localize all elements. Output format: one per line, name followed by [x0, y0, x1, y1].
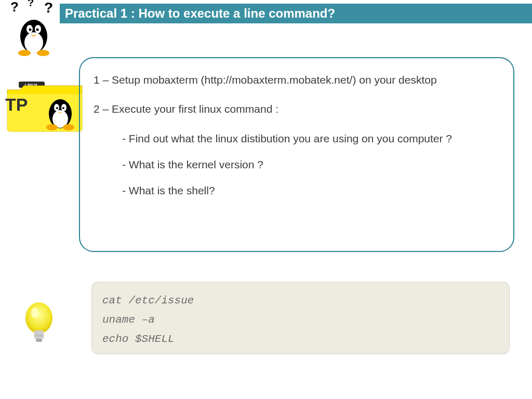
- svg-text:TP: TP: [5, 95, 28, 114]
- svg-rect-25: [34, 337, 44, 339]
- svg-point-9: [18, 50, 31, 56]
- slide-title: Practical 1 : How to execute a line comm…: [65, 6, 335, 21]
- svg-point-8: [36, 29, 39, 31]
- svg-rect-26: [36, 339, 42, 342]
- svg-text:?: ?: [10, 0, 19, 15]
- step-2-sub-2: - What is the kernel version ?: [122, 157, 500, 172]
- hint-code-box: cat /etc/issue uname –a echo $SHELL: [91, 282, 510, 354]
- lightbulb-icon: [21, 300, 57, 347]
- svg-point-22: [25, 302, 52, 334]
- step-2-sub-1: - Find out what the linux distibution yo…: [122, 131, 500, 146]
- hint-line-2: uname –a: [102, 311, 499, 330]
- content-box: 1 – Setup mobaxterm (http://mobaxterm.mo…: [79, 57, 514, 252]
- hint-line-1: cat /etc/issue: [102, 291, 499, 311]
- svg-point-18: [56, 107, 58, 109]
- hint-line-3: echo $SHELL: [102, 330, 499, 349]
- tp-linux-folder-icon: LINUX TP: [4, 81, 85, 132]
- svg-point-20: [46, 124, 58, 130]
- svg-point-19: [62, 107, 64, 109]
- step-2-text: 2 – Execute your first linux command :: [94, 102, 500, 116]
- step-1-text: 1 – Setup mobaxterm (http://mobaxterm.mo…: [94, 73, 500, 87]
- svg-rect-24: [34, 335, 44, 337]
- tux-question-icon: ? ? ?: [8, 0, 60, 60]
- svg-point-10: [37, 50, 49, 56]
- svg-text:?: ?: [28, 0, 34, 8]
- svg-point-21: [63, 124, 74, 130]
- step-2-sub-3: - What is the shell?: [122, 183, 500, 198]
- slide-title-bar: Practical 1 : How to execute a line comm…: [60, 4, 532, 23]
- svg-point-7: [29, 29, 32, 31]
- svg-point-27: [31, 308, 38, 318]
- svg-text:?: ?: [44, 0, 53, 16]
- svg-rect-23: [34, 330, 44, 335]
